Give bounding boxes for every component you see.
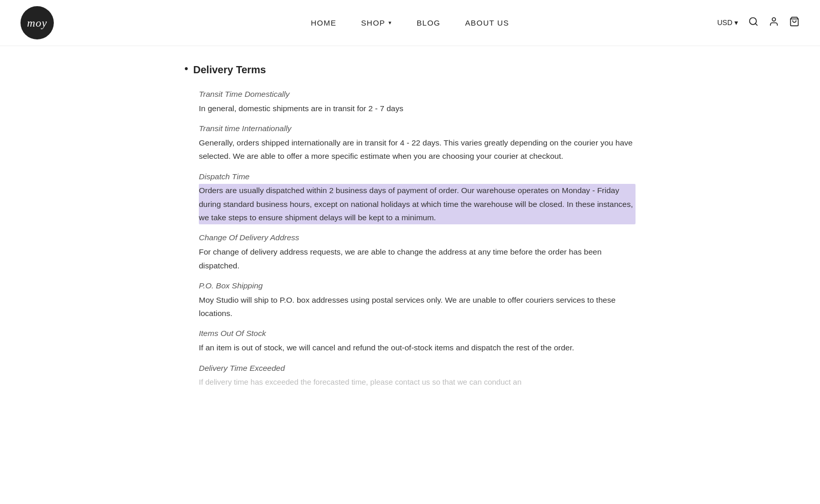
- currency-chevron-icon: ▾: [734, 17, 738, 28]
- content-blocks: Transit Time Domestically In general, do…: [184, 88, 636, 389]
- body-change-address: For change of delivery address requests,…: [199, 245, 636, 272]
- body-transit-domestic: In general, domestic shipments are in tr…: [199, 102, 636, 115]
- section-title-text: Delivery Terms: [193, 61, 266, 78]
- main-nav: HOME SHOP ▾ BLOG ABOUT US: [311, 17, 509, 29]
- site-header: moy HOME SHOP ▾ BLOG ABOUT US USD ▾: [0, 0, 820, 46]
- bullet-icon: •: [184, 61, 188, 76]
- main-content: • Delivery Terms Transit Time Domestical…: [164, 46, 656, 422]
- logo[interactable]: moy: [20, 6, 54, 39]
- svg-line-1: [755, 23, 757, 25]
- shop-chevron-icon: ▾: [388, 18, 392, 28]
- sub-heading-change-address: Change Of Delivery Address: [199, 232, 636, 244]
- body-dispatch-time: Orders are usually dispatched within 2 b…: [199, 184, 636, 224]
- header-right: USD ▾: [717, 15, 799, 31]
- sub-heading-transit-domestic: Transit Time Domestically: [199, 88, 636, 101]
- nav-blog[interactable]: BLOG: [417, 17, 440, 29]
- svg-point-2: [772, 17, 776, 21]
- currency-label: USD: [717, 17, 732, 28]
- body-delivery-exceeded: If delivery time has exceeded the foreca…: [199, 375, 636, 389]
- sub-heading-items-out-stock: Items Out Of Stock: [199, 327, 636, 340]
- search-icon[interactable]: [748, 15, 758, 31]
- logo-text: moy: [27, 14, 48, 32]
- nav-shop[interactable]: SHOP ▾: [361, 17, 392, 29]
- sub-heading-delivery-exceeded: Delivery Time Exceeded: [199, 362, 636, 375]
- body-items-out-stock: If an item is out of stock, we will canc…: [199, 341, 636, 354]
- body-po-box: Moy Studio will ship to P.O. box address…: [199, 293, 636, 321]
- section-title-row: • Delivery Terms: [184, 61, 636, 78]
- currency-selector[interactable]: USD ▾: [717, 17, 738, 28]
- account-icon[interactable]: [769, 15, 779, 31]
- nav-about-us[interactable]: ABOUT US: [465, 17, 509, 29]
- sub-heading-po-box: P.O. Box Shipping: [199, 280, 636, 292]
- nav-home[interactable]: HOME: [311, 17, 337, 29]
- body-transit-international: Generally, orders shipped internationall…: [199, 136, 636, 163]
- sub-heading-transit-international: Transit time Internationally: [199, 122, 636, 135]
- sub-heading-dispatch-time: Dispatch Time: [199, 171, 636, 183]
- cart-icon[interactable]: [789, 15, 799, 31]
